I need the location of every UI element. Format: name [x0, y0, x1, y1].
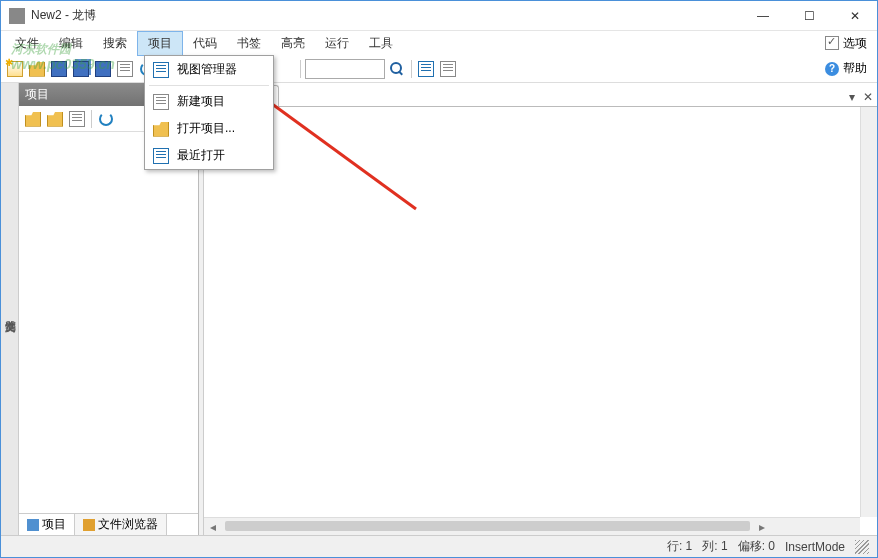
side-refresh-button[interactable] — [96, 109, 116, 129]
help-button[interactable]: ? 帮助 — [819, 58, 873, 79]
save-all-icon — [73, 61, 89, 77]
scroll-thumb[interactable] — [225, 521, 750, 531]
disk-icon — [95, 61, 111, 77]
open-project-icon — [153, 121, 169, 137]
menu-run[interactable]: 运行 — [315, 32, 359, 55]
menubar: 文件 编辑 搜索 项目 代码 书签 高亮 运行 工具 选项 — [1, 31, 877, 55]
view-manager-icon — [153, 62, 169, 78]
menu-recent-open[interactable]: 最近打开 — [145, 142, 273, 169]
save-icon — [51, 61, 67, 77]
side-new-button[interactable] — [23, 109, 43, 129]
search-button[interactable] — [387, 59, 407, 79]
search-icon — [390, 62, 404, 76]
editor-content[interactable]: ◂ ▸ — [204, 107, 877, 535]
toolbar-button-ab[interactable] — [416, 59, 436, 79]
side-open-button[interactable] — [45, 109, 65, 129]
new-project-icon — [153, 94, 169, 110]
sidebar-tree[interactable] — [19, 132, 198, 513]
options-icon — [825, 36, 839, 50]
save-button[interactable] — [49, 59, 69, 79]
menu-search[interactable]: 搜索 — [93, 32, 137, 55]
view-icon — [440, 61, 456, 77]
new-file-button[interactable] — [5, 59, 25, 79]
toolbar-button-5[interactable] — [93, 59, 113, 79]
tab-close-button[interactable]: ✕ — [859, 88, 877, 106]
side-view-button[interactable] — [67, 109, 87, 129]
menu-file[interactable]: 文件 — [5, 32, 49, 55]
scroll-right-icon[interactable]: ▸ — [754, 518, 771, 535]
open-file-button[interactable] — [27, 59, 47, 79]
project-menu-dropdown: 视图管理器 新建项目 打开项目... 最近打开 — [144, 55, 274, 170]
menu-tool[interactable]: 工具 — [359, 32, 403, 55]
resize-grip-icon[interactable] — [855, 540, 869, 554]
status-offset: 偏移: 0 — [738, 538, 775, 555]
file-browser-icon — [83, 519, 95, 531]
refresh-icon — [99, 112, 113, 126]
status-col: 列: 1 — [702, 538, 727, 555]
status-line: 行: 1 — [667, 538, 692, 555]
document-icon — [117, 61, 133, 77]
scroll-left-icon[interactable]: ◂ — [204, 518, 221, 535]
window-title: New2 - 龙博 — [31, 7, 749, 24]
folder-icon — [25, 111, 41, 127]
help-icon: ? — [825, 62, 839, 76]
toolbar: ? 帮助 — [1, 55, 877, 83]
menu-open-project[interactable]: 打开项目... — [145, 115, 273, 142]
menu-code[interactable]: 代码 — [183, 32, 227, 55]
options-button[interactable]: 选项 — [819, 33, 873, 54]
tab-dropdown-button[interactable]: ▾ — [845, 88, 859, 106]
save-all-button[interactable] — [71, 59, 91, 79]
doc-icon — [69, 111, 85, 127]
close-button[interactable]: ✕ — [841, 6, 869, 26]
menu-project[interactable]: 项目 — [137, 31, 183, 56]
menu-new-project[interactable]: 新建项目 — [145, 88, 273, 115]
search-input[interactable] — [305, 59, 385, 79]
list-icon — [418, 61, 434, 77]
folder-icon — [47, 111, 63, 127]
menu-view-manager[interactable]: 视图管理器 — [145, 56, 273, 83]
statusbar: 行: 1 列: 1 偏移: 0 InsertMode — [1, 535, 877, 557]
editor-area: New2 ▾ ✕ ◂ ▸ — [204, 83, 877, 535]
menu-edit[interactable]: 编辑 — [49, 32, 93, 55]
maximize-button[interactable]: ☐ — [795, 6, 823, 26]
toolbar-button-6[interactable] — [115, 59, 135, 79]
status-mode: InsertMode — [785, 540, 845, 554]
sidebar-tab-project[interactable]: 项目 — [19, 514, 75, 535]
menu-highlight[interactable]: 高亮 — [271, 32, 315, 55]
project-tree-icon — [27, 519, 39, 531]
menu-bookmark[interactable]: 书签 — [227, 32, 271, 55]
toolbar-button-view[interactable] — [438, 59, 458, 79]
horizontal-scrollbar[interactable]: ◂ ▸ — [204, 517, 860, 535]
app-icon — [9, 8, 25, 24]
recent-open-icon — [153, 148, 169, 164]
minimize-button[interactable]: — — [749, 6, 777, 26]
vertical-tab-file-browser[interactable]: 文件浏览器 — [1, 83, 19, 535]
new-file-icon — [7, 61, 23, 77]
sidebar-tab-file-browser[interactable]: 文件浏览器 — [75, 514, 167, 535]
vertical-scrollbar[interactable] — [860, 107, 877, 517]
open-folder-icon — [29, 61, 45, 77]
